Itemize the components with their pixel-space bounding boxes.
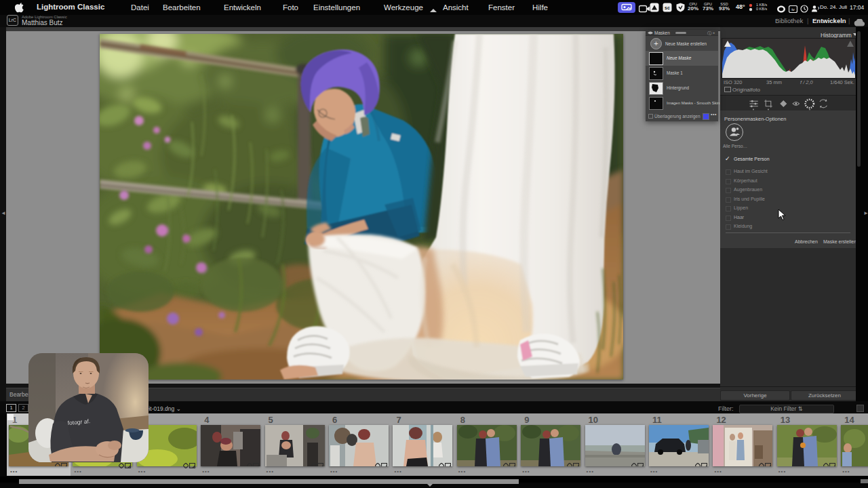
svg-text:sc: sc xyxy=(665,5,670,10)
svg-text:tv: tv xyxy=(791,7,795,12)
